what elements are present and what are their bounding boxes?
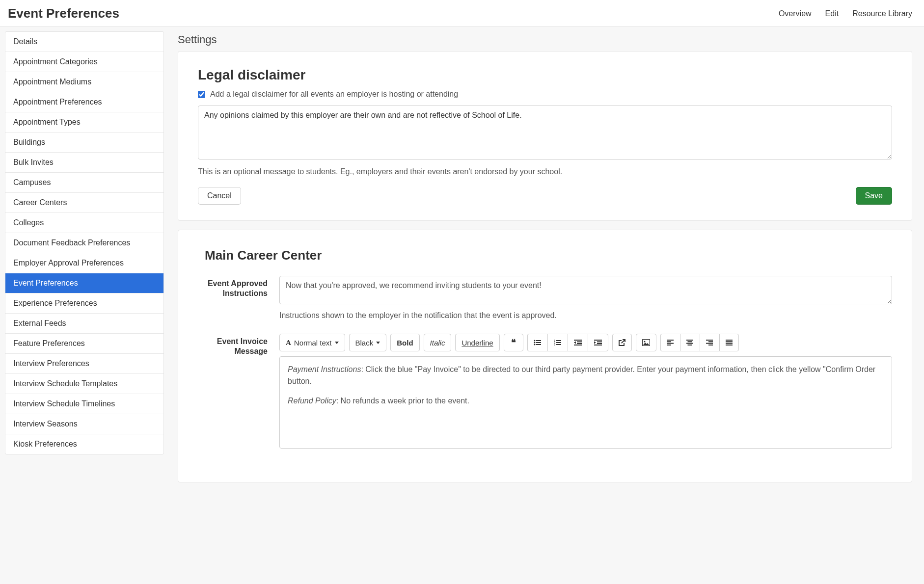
sidebar-item-interview-schedule-templates[interactable]: Interview Schedule Templates: [5, 374, 163, 394]
legal-disclaimer-checkbox-label[interactable]: Add a legal disclaimer for all events an…: [210, 90, 458, 99]
svg-rect-20: [597, 342, 602, 343]
event-approved-instructions-textarea[interactable]: [279, 276, 892, 304]
sidebar-item-appointment-preferences[interactable]: Appointment Preferences: [5, 92, 163, 112]
svg-rect-39: [726, 343, 733, 344]
sidebar-item-document-feedback-preferences[interactable]: Document Feedback Preferences: [5, 233, 163, 253]
legal-disclaimer-textarea[interactable]: [198, 106, 892, 159]
chevron-down-icon: [335, 342, 339, 344]
sidebar-item-colleges[interactable]: Colleges: [5, 213, 163, 233]
sidebar-item-appointment-mediums[interactable]: Appointment Mediums: [5, 72, 163, 92]
list-ul-icon: [534, 340, 542, 345]
sidebar-item-feature-preferences[interactable]: Feature Preferences: [5, 334, 163, 354]
align-justify-icon: [726, 340, 733, 345]
toolbar-link-button[interactable]: [612, 334, 632, 351]
quote-icon: ❝: [511, 337, 516, 348]
svg-rect-30: [688, 341, 692, 342]
svg-rect-9: [556, 342, 561, 343]
nav-overview[interactable]: Overview: [779, 9, 812, 18]
toolbar-underline-button[interactable]: Underline: [455, 334, 499, 351]
sidebar-item-appointment-types[interactable]: Appointment Types: [5, 112, 163, 133]
svg-rect-29: [686, 340, 693, 341]
svg-rect-12: [574, 340, 582, 341]
outdent-icon: [574, 340, 582, 345]
svg-rect-31: [686, 343, 693, 344]
svg-rect-1: [536, 340, 541, 341]
main-content: Settings Legal disclaimer Add a legal di…: [169, 27, 924, 494]
sidebar-item-buildings[interactable]: Buildings: [5, 133, 163, 153]
save-button[interactable]: Save: [856, 187, 892, 205]
svg-rect-27: [667, 343, 674, 344]
richtext-toolbar: A Normal text Black Bold Italic Underlin…: [279, 334, 892, 351]
svg-rect-33: [706, 340, 713, 341]
toolbar-align-left-button[interactable]: [660, 334, 680, 351]
nav-resource-library[interactable]: Resource Library: [852, 9, 912, 18]
toolbar-quote-button[interactable]: ❝: [504, 334, 523, 351]
toolbar-image-button[interactable]: [636, 334, 656, 351]
editor-payment-instructions-text: : Click the blue "Pay Invoice" to be dir…: [288, 365, 875, 385]
toolbar-italic-button[interactable]: Italic: [424, 334, 452, 351]
toolbar-color-dropdown[interactable]: Black: [349, 334, 387, 351]
sidebar-item-interview-preferences[interactable]: Interview Preferences: [5, 354, 163, 374]
toolbar-style-label: Normal text: [294, 339, 332, 347]
event-invoice-message-editor[interactable]: Payment Instructions: Click the blue "Pa…: [279, 356, 892, 449]
sidebar-item-details[interactable]: Details: [5, 32, 163, 52]
svg-rect-3: [536, 342, 541, 343]
nav-edit[interactable]: Edit: [825, 9, 839, 18]
svg-rect-36: [708, 345, 713, 345]
editor-refund-policy-label: Refund Policy: [288, 397, 336, 405]
svg-marker-14: [574, 342, 576, 344]
svg-rect-16: [577, 343, 582, 344]
svg-point-4: [534, 344, 535, 345]
svg-rect-17: [574, 345, 582, 345]
sidebar-item-experience-preferences[interactable]: Experience Preferences: [5, 293, 163, 314]
sidebar-item-kiosk-preferences[interactable]: Kiosk Preferences: [5, 434, 163, 454]
toolbar-bold-button[interactable]: Bold: [390, 334, 419, 351]
indent-icon: [594, 340, 602, 345]
cancel-button[interactable]: Cancel: [198, 187, 241, 205]
toolbar-align-justify-button[interactable]: [719, 334, 739, 351]
sidebar-item-bulk-invites[interactable]: Bulk Invites: [5, 153, 163, 173]
svg-point-0: [534, 340, 535, 342]
event-invoice-message-label: Event Invoice Message: [198, 334, 268, 356]
svg-marker-19: [594, 342, 596, 344]
font-icon: A: [286, 339, 291, 347]
sidebar-item-event-preferences[interactable]: Event Preferences: [5, 273, 163, 293]
align-right-icon: [706, 340, 713, 345]
svg-rect-37: [726, 340, 733, 341]
svg-rect-25: [667, 340, 674, 341]
svg-rect-7: [556, 340, 561, 341]
legal-disclaimer-panel: Legal disclaimer Add a legal disclaimer …: [178, 51, 912, 221]
sidebar-item-campuses[interactable]: Campuses: [5, 173, 163, 193]
legal-disclaimer-help-text: This is an optional message to students.…: [198, 167, 892, 176]
toolbar-outdent-button[interactable]: [568, 334, 588, 351]
settings-heading: Settings: [178, 33, 912, 46]
toolbar-color-label: Black: [355, 339, 374, 347]
sidebar-item-career-centers[interactable]: Career Centers: [5, 193, 163, 213]
sidebar-item-appointment-categories[interactable]: Appointment Categories: [5, 52, 163, 72]
svg-rect-35: [706, 343, 713, 344]
align-left-icon: [667, 340, 674, 345]
toolbar-align-center-button[interactable]: [680, 334, 700, 351]
sidebar-item-interview-seasons[interactable]: Interview Seasons: [5, 414, 163, 434]
event-approved-instructions-label: Event Approved Instructions: [198, 276, 268, 298]
main-career-center-heading: Main Career Center: [205, 248, 892, 263]
legal-disclaimer-checkbox[interactable]: [198, 91, 205, 98]
toolbar-style-dropdown[interactable]: A Normal text: [279, 334, 345, 351]
header-nav: Overview Edit Resource Library: [779, 9, 912, 18]
svg-rect-15: [577, 342, 582, 343]
sidebar-item-external-feeds[interactable]: External Feeds: [5, 314, 163, 334]
align-center-icon: [686, 340, 693, 345]
image-icon: [642, 339, 650, 346]
svg-rect-22: [594, 345, 602, 345]
editor-payment-instructions-label: Payment Instructions: [288, 365, 361, 373]
toolbar-indent-button[interactable]: [588, 334, 608, 351]
event-approved-instructions-help: Instructions shown to the employer in th…: [279, 311, 892, 320]
svg-point-24: [644, 341, 645, 343]
editor-refund-policy-text: : No refunds a week prior to the event.: [336, 397, 469, 405]
sidebar-item-interview-schedule-timelines[interactable]: Interview Schedule Timelines: [5, 394, 163, 414]
sidebar-item-employer-approval-preferences[interactable]: Employer Approval Preferences: [5, 253, 163, 273]
toolbar-align-right-button[interactable]: [700, 334, 719, 351]
toolbar-ordered-list-button[interactable]: 123: [547, 334, 568, 351]
share-icon: [619, 339, 625, 346]
toolbar-unordered-list-button[interactable]: [527, 334, 547, 351]
